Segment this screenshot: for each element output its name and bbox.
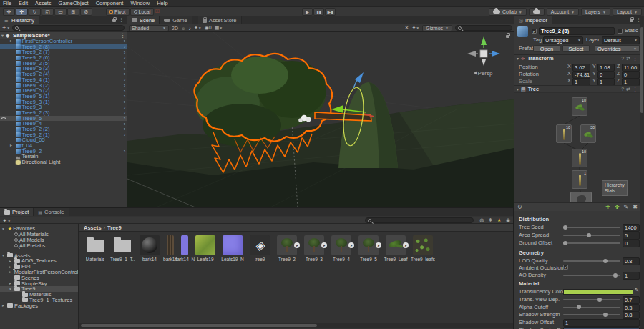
slider-knob[interactable] [597, 298, 602, 302]
tab-inspector[interactable]: ◎Inspector [514, 16, 552, 24]
transform-tool[interactable]: ⊞ [67, 8, 79, 16]
scene-viewport[interactable]: Persp [127, 32, 514, 207]
folder-row[interactable]: ▸ SimpleSky [0, 280, 78, 286]
tab-project[interactable]: Project [0, 208, 34, 216]
hierarchy-row[interactable]: Tree9_2 (2) › [0, 127, 127, 132]
lod-quality-value[interactable]: 0.8 [623, 257, 640, 265]
hierarchy-row[interactable]: Tree9_3 (1) › [0, 99, 127, 105]
asset-item[interactable]: ▸ Tree9_2 [275, 235, 298, 262]
search-by-label-icon[interactable]: ❖ [488, 217, 492, 223]
asset-item[interactable]: ▸ bark14 [138, 235, 161, 262]
eyedropper-icon[interactable]: ✎ [635, 288, 639, 293]
slider-value-field[interactable]: 1400 [623, 224, 640, 232]
expand-arrow-icon[interactable]: ▸ [10, 143, 14, 148]
prefab-open-arrow-icon[interactable]: ▸ [348, 242, 354, 248]
expand-arrow-icon[interactable]: ▾ [2, 253, 6, 257]
account-dropdown[interactable]: Account▼ [547, 8, 579, 16]
branch-node[interactable]: 1 [572, 170, 587, 189]
pivot-toggle[interactable]: Pivot [106, 8, 130, 16]
slider-knob[interactable] [587, 233, 591, 237]
cloud-button[interactable] [529, 8, 545, 16]
prefab-open-arrow-icon[interactable]: ▸ [321, 242, 327, 248]
expand-arrow-icon[interactable]: ▸ [9, 259, 13, 263]
slider[interactable] [563, 232, 620, 238]
move-tool[interactable]: ✛ [16, 8, 28, 16]
delete-node-icon[interactable]: ✖ [633, 204, 638, 210]
view-tool[interactable]: ✥ [3, 8, 15, 16]
asset-item[interactable]: ▸ tree9 [248, 235, 271, 262]
object-name-field[interactable]: Tree9_2 (8) [539, 27, 615, 35]
asset-item[interactable]: ▸ Leafs19 [194, 235, 217, 262]
prefab-chevron-icon[interactable]: › [124, 110, 125, 115]
menu-item[interactable]: Assets [35, 0, 52, 6]
prefab-chevron-icon[interactable]: › [124, 67, 125, 72]
play-button[interactable]: ▶ [302, 8, 313, 16]
breadcrumb-root[interactable]: Assets [84, 225, 102, 231]
hierarchy-row[interactable]: Terrain › [0, 154, 127, 159]
ambient-occlusion-checkbox[interactable]: ✓ [563, 265, 568, 270]
hierarchy-row[interactable]: Directional Light › [0, 159, 127, 165]
hierarchy-row[interactable]: Tree9_2 › [0, 149, 127, 154]
prefab-open-arrow-icon[interactable]: ▸ [403, 242, 409, 248]
menu-item[interactable]: Window [130, 0, 150, 6]
prefab-chevron-icon[interactable]: › [124, 122, 125, 127]
layout-dropdown[interactable]: Layout▼ [613, 8, 642, 16]
rotate-tool[interactable]: ↻ [29, 8, 41, 16]
visibility-icon[interactable]: ◉ [506, 217, 510, 223]
help-icon[interactable]: ? [621, 56, 624, 61]
hidden-count-icon[interactable]: ◉0 [205, 25, 212, 31]
hierarchy-row[interactable]: Tree9_2 (3) › [0, 110, 127, 116]
slider[interactable] [563, 311, 620, 318]
menu-item[interactable]: Component [96, 0, 124, 6]
hierarchy-row[interactable]: Tree9_2 (6) › [0, 55, 127, 61]
scene-search-input[interactable] [455, 25, 512, 31]
scene-menu-icon[interactable]: ⋮ [120, 33, 125, 39]
hierarchy-row[interactable]: Tree9_3 (2) › [0, 83, 127, 89]
lighting-toggle-icon[interactable]: ☼ [181, 26, 185, 31]
visibility-gutter[interactable] [1, 117, 9, 119]
hierarchy-row[interactable]: Tree9_2 (7) › [0, 49, 127, 55]
rect-tool[interactable]: ▭ [54, 8, 67, 16]
hierarchy-row[interactable]: Tree9_2 (4) › [0, 72, 127, 77]
hierarchy-row[interactable]: Tree9_5 (3) › [0, 66, 127, 72]
fold-icon[interactable]: ▾ [517, 87, 519, 92]
refresh-icon[interactable]: ↻ [517, 204, 522, 210]
breadcrumb-current[interactable]: Tree9 [107, 225, 122, 231]
layer-dropdown[interactable]: Default▼ [602, 36, 640, 44]
branch-node[interactable]: 10 [556, 124, 572, 143]
hierarchy-row[interactable]: Tree9_2 (1) › [0, 132, 127, 138]
inspector-scrollbar[interactable] [640, 24, 644, 329]
favorites-star-icon[interactable]: ★ [497, 217, 502, 223]
tree-node-graph[interactable]: 10 10 30 10 1 HierarchyStats [514, 93, 640, 202]
prefab-chevron-icon[interactable]: › [124, 116, 125, 121]
hierarchy-row[interactable]: Tree9_4 (1) › [0, 77, 127, 83]
prefab-chevron-icon[interactable]: › [124, 39, 125, 44]
panel-menu-icon[interactable]: ⋮ [636, 17, 641, 23]
asset-item[interactable]: ▸ Tree9_3 [303, 235, 326, 262]
menu-item[interactable]: File [3, 0, 11, 6]
step-button[interactable]: ▶▮ [325, 8, 336, 16]
hierarchy-row[interactable]: Tree9_3 › [0, 104, 127, 110]
tab-console[interactable]: ▤Console [34, 208, 69, 216]
slider-value-field[interactable]: 5 [623, 232, 640, 240]
translucency-color-swatch[interactable] [563, 289, 633, 295]
tab-hierarchy[interactable]: ☰Hierarchy [0, 16, 39, 24]
folder-row[interactable]: All Prefabs [0, 242, 78, 248]
expand-arrow-icon[interactable]: ▸ [2, 303, 6, 308]
menu-item[interactable]: GameObject [59, 0, 89, 6]
slider[interactable] [563, 224, 620, 230]
asset-item[interactable]: ▸ Tree9_leafs [411, 235, 434, 262]
create-button[interactable]: +▼ [2, 24, 10, 31]
ao-density-value[interactable]: 1 [623, 272, 640, 280]
slider-knob[interactable] [577, 305, 581, 309]
prefab-chevron-icon[interactable]: › [124, 61, 125, 66]
prefab-chevron-icon[interactable]: › [124, 99, 125, 104]
folder-row[interactable]: Tree9_1_Textures [0, 298, 78, 303]
horizontal-scrollbar[interactable] [79, 323, 513, 328]
pause-button[interactable]: ▮▮ [313, 8, 324, 16]
hierarchy-search-input[interactable] [12, 25, 125, 31]
shadow-offset-field[interactable]: 1 [563, 319, 640, 327]
prefab-chevron-icon[interactable]: › [124, 94, 125, 99]
expand-arrow-icon[interactable]: ▸ [10, 39, 14, 44]
prefab-open-button[interactable]: Open [533, 45, 560, 52]
